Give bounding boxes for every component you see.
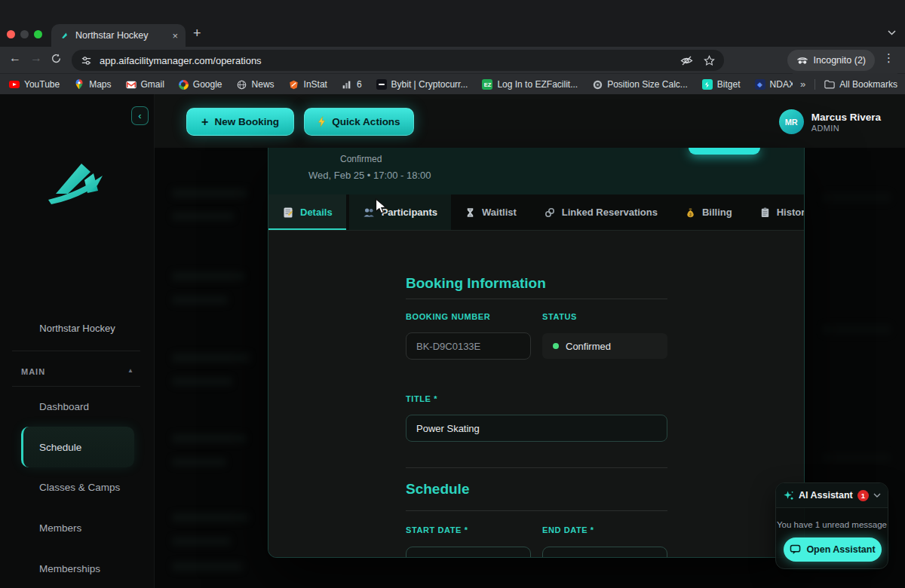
- quick-actions-button[interactable]: Quick Actions: [304, 108, 414, 136]
- background-blur-block: [172, 537, 231, 546]
- bookmark-maps[interactable]: Maps: [74, 79, 111, 90]
- section-collapse-icon[interactable]: ▲: [127, 367, 134, 376]
- bookmark-google[interactable]: Google: [179, 79, 222, 90]
- sidebar-item-schedule[interactable]: Schedule: [21, 427, 134, 467]
- sidebar-item-classes-camps[interactable]: Classes & Camps: [21, 472, 134, 502]
- browser-tab-strip: Northstar Hockey × +: [0, 0, 905, 47]
- tab-search-chevron-icon[interactable]: [888, 30, 896, 35]
- modal-action-button-clipped[interactable]: [689, 148, 760, 155]
- all-bookmarks-button[interactable]: All Bookmarks: [824, 79, 897, 90]
- start-date-input[interactable]: [406, 547, 531, 558]
- browser-menu-kebab-icon[interactable]: ⋮: [883, 51, 894, 65]
- background-blur-block: [822, 324, 891, 335]
- bookmark-youtube[interactable]: YouTube: [9, 79, 60, 90]
- org-name: Northstar Hockey: [0, 323, 155, 334]
- new-booking-button[interactable]: + New Booking: [186, 108, 294, 136]
- back-button[interactable]: ←: [9, 52, 21, 64]
- tab-close-icon[interactable]: ×: [172, 31, 178, 41]
- background-blur-block: [172, 377, 232, 386]
- sidebar: Northstar Hockey MAIN ▲ Dashboard Schedu…: [0, 94, 155, 588]
- screen: Northstar Hockey × + ← → app.aifacilitym…: [0, 0, 905, 588]
- user-role: ADMIN: [811, 124, 881, 133]
- site-info-icon[interactable]: [81, 55, 92, 66]
- bookmark-instat[interactable]: InStat: [289, 79, 327, 90]
- bookmarks-bar: YouTube Maps Gmail Google News: [0, 73, 905, 95]
- divider: [406, 467, 667, 468]
- bookmark-six[interactable]: 6: [342, 79, 362, 90]
- sidebar-item-memberships[interactable]: Memberships: [21, 553, 134, 583]
- avatar[interactable]: MR: [779, 109, 804, 134]
- bookmark-bybit[interactable]: Bybit | Cryptocurr...: [376, 79, 468, 90]
- window-zoom-button[interactable]: [34, 30, 42, 38]
- incognito-badge[interactable]: Incognito (2): [787, 50, 875, 71]
- forward-button[interactable]: →: [30, 52, 42, 64]
- window-minimize-button[interactable]: [20, 30, 29, 38]
- bybit-icon: [376, 79, 387, 90]
- ai-assistant-panel: AI Assistant 1 You have 1 unread message…: [775, 482, 888, 569]
- app-header: + New Booking Quick Actions MR Marcus Ri…: [155, 94, 905, 148]
- tab-linked-reservations[interactable]: Linked Reservations: [530, 194, 671, 230]
- incognito-label: Incognito (2): [814, 55, 866, 66]
- booking-number-input[interactable]: [406, 332, 531, 360]
- title-input[interactable]: [406, 415, 667, 442]
- window-close-button[interactable]: [7, 30, 15, 38]
- tab-title: Northstar Hockey: [75, 30, 166, 41]
- sidebar-item-members[interactable]: Members: [21, 513, 134, 543]
- status-label: STATUS: [542, 312, 577, 321]
- modal-status-text: Confirmed: [340, 154, 382, 164]
- divider: [814, 79, 815, 90]
- background-blur-block: [172, 188, 247, 198]
- bookmark-star-icon[interactable]: [704, 55, 715, 66]
- browser-tab[interactable]: Northstar Hockey ×: [51, 24, 186, 47]
- modal-tab-bar: Details Participants Waitlist Linked Res…: [268, 194, 804, 231]
- tab-waitlist[interactable]: Waitlist: [451, 194, 530, 230]
- bookmarks-overflow-icon[interactable]: »: [800, 78, 805, 90]
- address-bar[interactable]: app.aifacilitymanager.com/operations: [72, 50, 724, 71]
- bookmark-news[interactable]: News: [237, 79, 275, 90]
- google-icon: [179, 80, 189, 90]
- url-text[interactable]: app.aifacilitymanager.com/operations: [100, 55, 673, 66]
- bookmarks-bar-right: » All Bookmarks: [793, 73, 897, 95]
- background-blur-block: [172, 458, 226, 467]
- sidebar-item-dashboard[interactable]: Dashboard: [21, 391, 134, 421]
- ai-assistant-title: AI Assistant: [799, 490, 853, 501]
- tab-history[interactable]: History: [746, 194, 805, 230]
- background-blur-block: [172, 296, 228, 305]
- tab-participants[interactable]: Participants: [349, 194, 451, 230]
- northstar-logo: [44, 159, 110, 206]
- background-blur-block: [172, 212, 234, 221]
- unread-message-text: You have 1 unread message: [776, 520, 888, 529]
- divider: [406, 299, 667, 299]
- chevron-down-icon[interactable]: [873, 493, 881, 498]
- hourglass-icon: [465, 207, 476, 219]
- ai-assistant-header[interactable]: AI Assistant 1: [776, 483, 888, 508]
- bookmark-ezfacility[interactable]: EZ Log In to EZFacilit...: [482, 79, 578, 90]
- bookmark-bitget[interactable]: Bitget: [702, 79, 741, 90]
- start-date-label: START DATE *: [406, 525, 468, 534]
- sidebar-collapse-button[interactable]: ‹: [131, 106, 149, 125]
- background-blur-block: [172, 353, 250, 363]
- ndax-icon: ◆: [755, 79, 765, 90]
- end-date-input[interactable]: [542, 547, 667, 558]
- tab-details[interactable]: Details: [268, 194, 346, 230]
- reload-button[interactable]: [51, 53, 62, 64]
- bookmark-position-size[interactable]: Position Size Calc...: [592, 79, 688, 90]
- gmail-icon: [126, 79, 137, 90]
- people-icon: [363, 207, 376, 219]
- divider: [406, 510, 667, 511]
- tab-billing[interactable]: Billing: [671, 194, 746, 230]
- bookmark-gmail[interactable]: Gmail: [126, 79, 164, 90]
- new-tab-button[interactable]: +: [193, 26, 201, 40]
- user-menu[interactable]: MR Marcus Rivera ADMIN: [779, 109, 881, 134]
- link-icon: [544, 207, 556, 219]
- divider: [12, 351, 140, 351]
- sidebar-section-main[interactable]: MAIN ▲: [21, 367, 134, 376]
- schedule-heading: Schedule: [406, 481, 469, 498]
- background-blur-block: [172, 562, 243, 571]
- open-assistant-button[interactable]: Open Assistant: [784, 537, 882, 562]
- password-eye-off-icon[interactable]: [680, 55, 693, 66]
- modal-datetime: Wed, Feb 25 • 17:00 - 18:00: [308, 170, 431, 181]
- plus-icon: +: [201, 115, 208, 129]
- maps-icon: [74, 79, 84, 90]
- window-controls: [7, 30, 42, 38]
